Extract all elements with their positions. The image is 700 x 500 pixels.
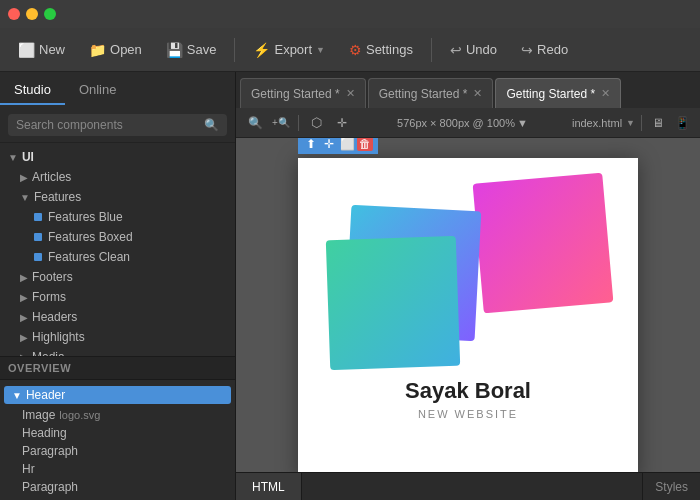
sidebar-item-features[interactable]: ▼ Features — [0, 187, 235, 207]
toolbar-sep-2 — [641, 115, 642, 131]
sidebar-item-ui[interactable]: ▼ UI — [0, 147, 235, 167]
zoom-out-button[interactable]: 🔍 — [244, 112, 266, 134]
sidebar-item-features-boxed[interactable]: Features Boxed — [0, 227, 235, 247]
overview-tree: ▼ Header Image logo.svg Heading Paragrap… — [0, 380, 235, 500]
overview-item-paragraph-2[interactable]: Paragraph — [0, 478, 235, 496]
select-tool[interactable]: ⬡ — [305, 112, 327, 134]
settings-icon: ⚙ — [349, 42, 362, 58]
features-clean-icon — [34, 253, 42, 261]
tab-row: Studio Online Getting Started * ✕ Gettin… — [0, 72, 700, 108]
close-tab-3[interactable]: ✕ — [601, 87, 610, 100]
features-arrow: ▼ — [20, 192, 30, 203]
sidebar-item-highlights[interactable]: ▶ Highlights — [0, 327, 235, 347]
filename-label: index.html — [572, 117, 622, 129]
sidebar-tabs: Studio Online — [0, 72, 236, 108]
editor-tab-3[interactable]: Getting Started * ✕ — [495, 78, 621, 108]
ui-arrow: ▼ — [8, 152, 18, 163]
canvas-subtitle: NEW WEBSITE — [308, 408, 628, 420]
overview-item-image[interactable]: Image logo.svg — [0, 406, 235, 424]
footers-arrow: ▶ — [20, 272, 28, 283]
move-tool[interactable]: ✛ — [331, 112, 353, 134]
features-blue-icon — [34, 213, 42, 221]
search-input-wrap: 🔍 — [8, 114, 227, 136]
sidebar-item-features-clean[interactable]: Features Clean — [0, 247, 235, 267]
overview-item-paragraph-1[interactable]: Paragraph — [0, 442, 235, 460]
features-boxed-icon — [34, 233, 42, 241]
undo-button[interactable]: ↩ Undo — [440, 37, 507, 63]
settings-button[interactable]: ⚙ Settings — [339, 37, 423, 63]
save-button[interactable]: 💾 Save — [156, 37, 227, 63]
tablet-view-button[interactable]: 📱 — [672, 113, 692, 133]
export-button[interactable]: ⚡ Export ▼ — [243, 37, 335, 63]
delete-icon[interactable]: 🗑 — [357, 138, 373, 151]
zoom-in-button[interactable]: +🔍 — [270, 112, 292, 134]
overview-item-header[interactable]: ▼ Header — [4, 386, 231, 404]
cursor-icon: ⬡ — [311, 115, 322, 130]
tab-studio[interactable]: Studio — [0, 76, 65, 105]
overview-header: Overview — [0, 357, 235, 380]
save-icon: 💾 — [166, 42, 183, 58]
html-tab[interactable]: HTML — [236, 473, 302, 500]
editor-toolbar: 🔍 +🔍 ⬡ ✛ 576px × 800px @ 100% ▼ index.ht… — [236, 108, 700, 138]
move-icon[interactable]: ✛ — [321, 138, 337, 151]
headers-arrow: ▶ — [20, 312, 28, 323]
new-button[interactable]: ⬜ New — [8, 37, 75, 63]
minimize-button[interactable] — [26, 8, 38, 20]
bottom-bar: HTML Styles — [236, 472, 700, 500]
articles-arrow: ▶ — [20, 172, 28, 183]
overview-item-heading[interactable]: Heading — [0, 424, 235, 442]
editor-tab-1[interactable]: Getting Started * ✕ — [240, 78, 366, 108]
close-tab-2[interactable]: ✕ — [473, 87, 482, 100]
overview-panel: Overview ▼ Header Image logo.svg Heading — [0, 356, 235, 500]
styles-tab[interactable]: Styles — [642, 473, 700, 500]
image-filename: logo.svg — [59, 409, 100, 421]
search-bar: 🔍 — [0, 108, 235, 143]
main-toolbar: ⬜ New 📁 Open 💾 Save ⚡ Export ▼ ⚙ Setting… — [0, 28, 700, 72]
canvas-wrap: ⬆ ✛ ⬜ 🗑 Sayak Boral NEW WEBSITE — [236, 138, 700, 472]
canvas-preview: Sayak Boral NEW WEBSITE — [298, 158, 638, 430]
open-icon: 📁 — [89, 42, 106, 58]
redo-button[interactable]: ↪ Redo — [511, 37, 578, 63]
overview-item-hr[interactable]: Hr — [0, 460, 235, 478]
tab-online[interactable]: Online — [65, 76, 131, 105]
color-blocks — [298, 158, 638, 358]
toolbar-sep-1 — [298, 115, 299, 131]
color-block-pink — [473, 173, 614, 314]
search-icon: 🔍 — [204, 118, 219, 132]
sidebar-item-footers[interactable]: ▶ Footers — [0, 267, 235, 287]
close-button[interactable] — [8, 8, 20, 20]
search-input[interactable] — [16, 118, 204, 132]
sidebar-item-forms[interactable]: ▶ Forms — [0, 287, 235, 307]
header-arrow: ▼ — [12, 390, 22, 401]
sidebar-item-articles[interactable]: ▶ Articles — [0, 167, 235, 187]
highlights-arrow: ▶ — [20, 332, 28, 343]
copy-icon[interactable]: ⬜ — [339, 138, 355, 151]
redo-icon: ↪ — [521, 42, 533, 58]
maximize-button[interactable] — [44, 8, 56, 20]
canvas-size-display: 576px × 800px @ 100% ▼ — [397, 117, 528, 129]
main-content: 🔍 ▼ UI ▶ Articles ▼ Features Features B — [0, 108, 700, 500]
desktop-view-button[interactable]: 🖥 — [648, 113, 668, 133]
sidebar-item-features-blue[interactable]: Features Blue — [0, 207, 235, 227]
titlebar — [0, 0, 700, 28]
close-tab-1[interactable]: ✕ — [346, 87, 355, 100]
export-dropdown-icon: ▼ — [316, 45, 325, 55]
new-icon: ⬜ — [18, 42, 35, 58]
editor-tabs: Getting Started * ✕ Getting Started * ✕ … — [236, 72, 700, 108]
sidebar-item-media[interactable]: ▶ Media — [0, 347, 235, 356]
filename-dropdown-icon[interactable]: ▼ — [626, 118, 635, 128]
canvas-title: Sayak Boral — [308, 378, 628, 404]
export-icon: ⚡ — [253, 42, 270, 58]
editor-tab-2[interactable]: Getting Started * ✕ — [368, 78, 494, 108]
size-dropdown-icon[interactable]: ▼ — [517, 117, 528, 129]
open-button[interactable]: 📁 Open — [79, 37, 152, 63]
toolbar-separator — [234, 38, 235, 62]
move-icon: ✛ — [337, 116, 347, 130]
forms-arrow: ▶ — [20, 292, 28, 303]
toolbar-separator-2 — [431, 38, 432, 62]
canvas-toolbar: ⬆ ✛ ⬜ 🗑 — [298, 138, 378, 154]
move-up-icon[interactable]: ⬆ — [303, 138, 319, 151]
editor-area: 🔍 +🔍 ⬡ ✛ 576px × 800px @ 100% ▼ index.ht… — [236, 108, 700, 500]
sidebar-item-headers[interactable]: ▶ Headers — [0, 307, 235, 327]
zoom-out-icon: 🔍 — [248, 116, 263, 130]
